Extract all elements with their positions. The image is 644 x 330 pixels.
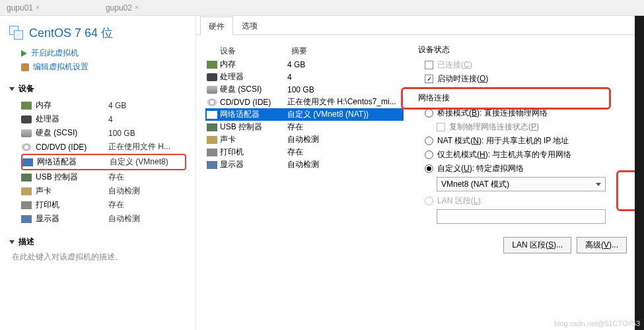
table-row[interactable]: USB 控制器存在 bbox=[205, 121, 404, 133]
table-row[interactable]: 显示器自动检测 bbox=[205, 158, 404, 171]
radio-icon bbox=[425, 150, 433, 159]
section-devices[interactable]: 设备 bbox=[9, 83, 186, 94]
dev-display[interactable]: 显示器自动检测 bbox=[21, 212, 186, 226]
chevron-down-icon bbox=[596, 183, 601, 186]
settings-detail: 设备状态 已连接(C) ✓启动时连接(O) 网络连接 桥接模式(B): 直接连接… bbox=[404, 44, 635, 312]
display-icon bbox=[21, 215, 32, 223]
table-row[interactable]: 处理器4 bbox=[205, 71, 404, 83]
hardware-table: 设备 摘要 内存4 GB 处理器4 硬盘 (SCSI)100 GB CD/DVD… bbox=[205, 44, 404, 312]
checkbox-icon bbox=[425, 61, 433, 69]
memory-icon bbox=[21, 102, 32, 110]
dev-memory[interactable]: 内存4 GB bbox=[21, 98, 186, 112]
table-row[interactable]: 硬盘 (SCSI)100 GB bbox=[205, 83, 404, 96]
close-icon[interactable]: × bbox=[135, 4, 139, 11]
section-description[interactable]: 描述 bbox=[9, 236, 186, 248]
doc-tab-2[interactable]: gupu02 × bbox=[99, 1, 145, 15]
dev-cd[interactable]: CD/DVD (IDE)正在使用文件 H... bbox=[21, 140, 186, 154]
radio-icon bbox=[425, 164, 433, 173]
document-tabs-bar: gupu01 × gupu02 × bbox=[0, 0, 644, 16]
network-icon bbox=[22, 158, 33, 166]
lan-segments-button[interactable]: LAN 区段(S)... bbox=[503, 237, 571, 253]
group-device-status: 设备状态 已连接(C) ✓启动时连接(O) bbox=[418, 44, 635, 84]
checkbox-icon bbox=[437, 123, 445, 131]
sound-icon bbox=[21, 187, 32, 195]
usb-icon bbox=[207, 123, 217, 131]
group-network-connection: 网络连接 桥接模式(B): 直接连接物理网络 复制物理网络连接状态(P) NAT… bbox=[418, 92, 635, 224]
hdd-icon bbox=[21, 129, 32, 137]
device-list: 内存4 GB 处理器4 硬盘 (SCSI)100 GB CD/DVD (IDE)… bbox=[21, 98, 186, 226]
dev-usb[interactable]: USB 控制器存在 bbox=[21, 170, 186, 184]
wrench-icon bbox=[21, 63, 29, 71]
cpu-icon bbox=[21, 116, 32, 123]
table-row-selected[interactable]: 网络适配器自定义 (VMnet8 (NAT)) bbox=[205, 108, 404, 121]
printer-icon bbox=[207, 148, 217, 156]
close-icon[interactable]: × bbox=[36, 4, 40, 11]
right-edge-strip bbox=[635, 16, 644, 330]
doc-tab-1[interactable]: gupu01 × bbox=[0, 1, 46, 15]
table-row[interactable]: 打印机存在 bbox=[205, 146, 404, 158]
col-device: 设备 bbox=[205, 46, 291, 57]
description-hint[interactable]: 在此处键入对该虚拟机的描述。 bbox=[12, 251, 186, 263]
radio-custom[interactable]: 自定义(U): 特定虚拟网络 bbox=[425, 163, 635, 174]
table-row[interactable]: CD/DVD (IDE)正在使用文件 H:\Centos7_mi... bbox=[205, 96, 404, 108]
radio-icon bbox=[425, 197, 433, 205]
table-row[interactable]: 声卡自动检测 bbox=[205, 133, 404, 146]
memory-icon bbox=[207, 61, 217, 69]
radio-hostonly[interactable]: 仅主机模式(H): 与主机共享的专用网络 bbox=[425, 149, 635, 160]
radio-lan-segment: LAN 区段(L): bbox=[425, 195, 635, 207]
table-row[interactable]: 内存4 GB bbox=[205, 58, 404, 71]
usb-icon bbox=[21, 174, 32, 182]
vm-title-text: CentOS 7 64 位 bbox=[29, 25, 113, 41]
dialog-tabs: 硬件 选项 bbox=[196, 16, 644, 35]
cpu-icon bbox=[207, 73, 217, 81]
chevron-down-icon bbox=[9, 240, 15, 244]
chevron-down-icon bbox=[9, 87, 15, 91]
vm-title: CentOS 7 64 位 bbox=[9, 25, 186, 41]
dev-cpu[interactable]: 处理器4 bbox=[21, 112, 186, 126]
hdd-icon bbox=[207, 86, 217, 94]
group-title: 设备状态 bbox=[418, 44, 635, 55]
dev-sound[interactable]: 声卡自动检测 bbox=[21, 184, 186, 198]
cd-icon bbox=[21, 143, 32, 151]
lan-segment-select bbox=[437, 209, 606, 224]
button-row: LAN 区段(S)... 高级(V)... bbox=[418, 237, 635, 253]
custom-vmnet-select[interactable]: VMnet8 (NAT 模式) bbox=[437, 177, 606, 191]
radio-nat[interactable]: NAT 模式(N): 用于共享主机的 IP 地址 bbox=[425, 135, 635, 147]
radio-icon bbox=[425, 109, 433, 117]
power-on-link[interactable]: 开启此虚拟机 bbox=[21, 48, 186, 59]
edit-settings-link[interactable]: 编辑虚拟机设置 bbox=[21, 61, 186, 73]
chk-connected: 已连接(C) bbox=[425, 59, 635, 71]
dev-hdd[interactable]: 硬盘 (SCSI)100 GB bbox=[21, 126, 186, 140]
col-summary: 摘要 bbox=[291, 46, 307, 57]
watermark: blog.csdn.net@51CTO#53 bbox=[554, 319, 640, 327]
dev-printer[interactable]: 打印机存在 bbox=[21, 198, 186, 212]
tab-options[interactable]: 选项 bbox=[233, 16, 266, 34]
chk-replicate: 复制物理网络连接状态(P) bbox=[437, 121, 635, 133]
cd-icon bbox=[207, 98, 217, 106]
sound-icon bbox=[207, 136, 217, 144]
dev-network[interactable]: 网络适配器自定义 (VMnet8) bbox=[21, 154, 186, 170]
table-header: 设备 摘要 bbox=[205, 44, 404, 58]
radio-icon bbox=[425, 137, 433, 145]
checkbox-icon: ✓ bbox=[425, 75, 433, 83]
chk-connect-on-power[interactable]: ✓启动时连接(O) bbox=[425, 73, 635, 84]
vm-icon bbox=[9, 26, 24, 40]
printer-icon bbox=[21, 201, 32, 209]
network-icon bbox=[207, 111, 217, 119]
advanced-button[interactable]: 高级(V)... bbox=[577, 237, 627, 253]
display-icon bbox=[207, 161, 217, 169]
radio-bridged[interactable]: 桥接模式(B): 直接连接物理网络 bbox=[425, 108, 635, 119]
settings-dialog: 硬件 选项 设备 摘要 内存4 GB 处理器4 硬盘 (SCSI)100 GB … bbox=[196, 16, 644, 330]
vm-summary-panel: CentOS 7 64 位 开启此虚拟机 编辑虚拟机设置 设备 内存4 GB 处… bbox=[0, 16, 196, 330]
play-icon bbox=[21, 50, 27, 57]
group-title: 网络连接 bbox=[418, 92, 635, 104]
tab-hardware[interactable]: 硬件 bbox=[200, 16, 233, 35]
